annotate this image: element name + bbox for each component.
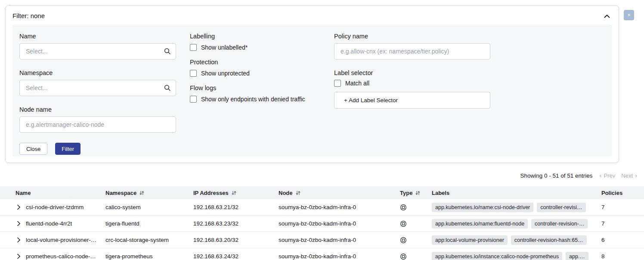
denied-traffic-checkbox[interactable]	[190, 96, 197, 103]
endpoint-ip: 192.168.63.21/32	[193, 204, 279, 210]
endpoint-type	[400, 253, 432, 260]
namespace-field-label: Namespace	[19, 69, 176, 77]
endpoint-ip: 192.168.63.24/32	[193, 253, 279, 260]
close-icon[interactable]: ×	[624, 10, 634, 20]
label-chip[interactable]: app.kubernetes.io/name:fluentd-node	[432, 219, 528, 229]
endpoint-type	[400, 237, 432, 244]
filter-column-3: Policy name Label selector Match all + A…	[334, 32, 490, 109]
endpoint-name[interactable]: csi-node-driver-tzdmm	[26, 204, 84, 210]
filter-button[interactable]: Filter	[55, 143, 80, 155]
denied-traffic-label: Show only endpoints with denied traffic	[201, 96, 305, 103]
next-page-link[interactable]: Next ›	[621, 172, 637, 179]
label-chip[interactable]: app.kubernetes.io/name:csi-node-driver	[432, 203, 533, 212]
sort-icon[interactable]	[139, 190, 145, 196]
endpoint-labels: app.kubernetes.io/instance:calico-node-p…	[432, 252, 601, 260]
label-chip[interactable]: app.…	[566, 252, 588, 260]
namespace-select-input[interactable]	[19, 80, 176, 96]
label-chip[interactable]: controller-revisi…	[537, 203, 585, 212]
label-chip[interactable]: app.kubernetes.io/instance:calico-node-p…	[432, 252, 562, 260]
column-header-namespace[interactable]: Namespace	[105, 190, 193, 196]
endpoint-labels: app:local-volume-provisioner controller-…	[432, 235, 601, 245]
table-header: Name Namespace IP Addresses Node Type	[0, 186, 644, 199]
add-label-selector-button[interactable]: + Add Label Selector	[334, 92, 490, 109]
row-expand-icon[interactable]	[15, 204, 22, 210]
name-select-input[interactable]	[19, 43, 176, 60]
column-header-ip-addresses[interactable]: IP Addresses	[193, 190, 279, 196]
endpoint-type-icon	[400, 253, 407, 260]
chevron-up-icon	[604, 14, 610, 18]
show-unprotected-row: Show unprotected	[190, 70, 332, 77]
endpoint-namespace: calico-system	[105, 204, 193, 210]
collapse-panel-button[interactable]	[603, 13, 611, 19]
policy-name-input-wrap	[334, 43, 490, 60]
column-header-name: Name	[15, 190, 105, 196]
label-chip[interactable]: app:local-volume-provisioner	[432, 235, 508, 245]
endpoints-page: Filter: none Name Namespace	[0, 0, 644, 260]
filter-panel: Filter: none Name Namespace	[5, 5, 619, 163]
show-unlabelled-checkbox[interactable]	[190, 44, 197, 51]
name-field-label: Name	[19, 32, 176, 40]
endpoint-type-icon	[400, 237, 407, 244]
endpoint-type	[400, 204, 432, 211]
node-name-input[interactable]	[19, 116, 176, 133]
sort-icon[interactable]	[295, 190, 301, 196]
pagination-bar: Showing 0 - 51 of 51 entries ‹ Prev Next…	[0, 171, 637, 180]
node-name-field-label: Node name	[19, 106, 176, 113]
sort-icon[interactable]	[231, 190, 237, 196]
row-expand-icon[interactable]	[15, 221, 22, 227]
endpoint-name[interactable]: prometheus-calico-node-…	[26, 253, 96, 260]
close-button[interactable]: Close	[19, 143, 47, 155]
prev-label: Prev	[604, 172, 616, 179]
search-icon	[164, 48, 171, 55]
endpoint-type-icon	[400, 220, 407, 227]
endpoint-ip: 192.168.63.20/32	[193, 237, 279, 243]
prev-page-link[interactable]: ‹ Prev	[600, 172, 616, 179]
label-chip[interactable]: controller-revision-hash:65…	[511, 235, 587, 245]
node-name-input-wrap	[19, 116, 176, 133]
show-unlabelled-row: Show unlabelled*	[190, 44, 332, 51]
endpoint-namespace: crc-local-storage-system	[105, 237, 193, 243]
endpoint-ip: 192.168.63.23/32	[193, 220, 279, 227]
policy-name-input[interactable]	[334, 43, 490, 60]
endpoint-policies-count: 8	[601, 253, 644, 260]
endpoint-type-icon	[400, 204, 407, 211]
endpoint-policies-count: 7	[601, 220, 644, 227]
search-icon	[164, 85, 171, 91]
show-unlabelled-label: Show unlabelled*	[201, 44, 248, 51]
match-all-row: Match all	[334, 80, 490, 87]
show-unprotected-checkbox[interactable]	[190, 70, 197, 77]
sort-icon[interactable]	[415, 190, 421, 196]
endpoint-labels: app.kubernetes.io/name:csi-node-driver c…	[432, 203, 601, 212]
filter-column-2: Labelling Show unlabelled* Protection Sh…	[190, 32, 332, 110]
entries-summary: Showing 0 - 51 of 51 entries	[520, 172, 592, 179]
filter-panel-title: Filter: none	[12, 12, 45, 20]
filter-panel-body: Name Namespace Node name	[12, 25, 612, 157]
table-row: local-volume-provisioner-… crc-local-sto…	[0, 232, 644, 248]
endpoint-node: soumya-bz-0zbo-kadm-infra-0	[279, 220, 400, 227]
labelling-heading: Labelling	[190, 32, 332, 40]
row-expand-icon[interactable]	[15, 237, 22, 243]
endpoint-name[interactable]: fluentd-node-4rr2t	[26, 220, 72, 227]
column-header-labels: Labels	[432, 190, 601, 196]
label-chip[interactable]: controller-revision-…	[531, 219, 588, 229]
namespace-select-wrap	[19, 80, 176, 96]
endpoint-name[interactable]: local-volume-provisioner-…	[26, 237, 96, 243]
chevron-right-icon: ›	[635, 173, 637, 178]
endpoint-labels: app.kubernetes.io/name:fluentd-node cont…	[432, 219, 601, 229]
flow-logs-heading: Flow logs	[190, 84, 332, 92]
endpoint-node: soumya-bz-0zbo-kadm-infra-0	[279, 204, 400, 210]
protection-heading: Protection	[190, 58, 332, 66]
match-all-checkbox[interactable]	[334, 80, 341, 87]
chevron-left-icon: ‹	[600, 173, 602, 178]
filter-actions: Close Filter	[19, 143, 176, 155]
table-row: csi-node-driver-tzdmm calico-system 192.…	[0, 199, 644, 216]
next-label: Next	[621, 172, 633, 179]
column-header-policies: Policies	[601, 190, 644, 196]
row-expand-icon[interactable]	[15, 254, 22, 260]
match-all-label: Match all	[345, 80, 369, 87]
column-header-type[interactable]: Type	[400, 190, 432, 196]
column-header-node[interactable]: Node	[279, 190, 400, 196]
name-select-wrap	[19, 43, 176, 60]
show-unprotected-label: Show unprotected	[201, 70, 250, 77]
pagination-nav: ‹ Prev Next ›	[600, 172, 637, 179]
